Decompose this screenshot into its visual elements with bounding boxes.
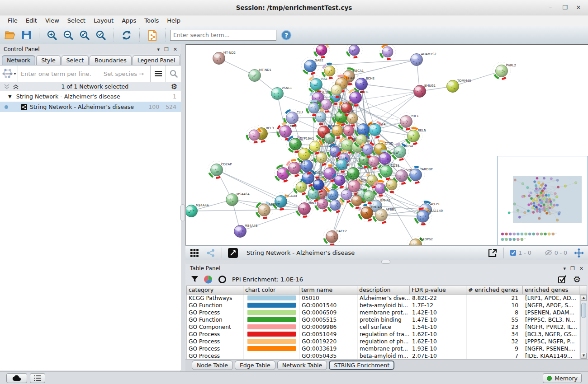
network-node-ms4a4e[interactable]: MS4A4E [234, 224, 258, 237]
menu-tools[interactable]: Tools [140, 15, 163, 26]
network-node[interactable] [384, 177, 400, 193]
maximize-button[interactable]: ❒ [560, 3, 570, 12]
tree-expand-arrow[interactable]: ▼ [8, 94, 12, 99]
save-session-button[interactable] [20, 29, 33, 42]
network-node-ms4a6a[interactable]: MS4A6A [226, 192, 250, 206]
menu-layout[interactable]: Layout [90, 15, 118, 26]
share-view-button[interactable] [204, 247, 217, 259]
pan-mode-button[interactable] [573, 247, 585, 259]
enrichment-row[interactable]: GO FunctionGO:0005515protein binding1.47… [187, 316, 580, 323]
cloud-tasks-button[interactable] [6, 373, 27, 383]
enrichment-row[interactable]: KEGG Pathways05010Alzheimer's dise...8.8… [187, 295, 580, 302]
enrichment-row[interactable]: GO FunctionGO:0001540beta-amyloid bi...1… [187, 302, 580, 309]
zoom-in-button[interactable] [46, 29, 58, 42]
memory-button[interactable]: Memory [543, 373, 582, 383]
tab-legend-panel[interactable]: Legend Panel [133, 55, 180, 65]
zoom-fit-button[interactable] [78, 29, 91, 42]
panel-float-icon[interactable]: ❒ [570, 266, 575, 272]
network-node-adamts2[interactable]: ADAMTS2 [411, 52, 436, 66]
splitter-grip[interactable] [381, 260, 390, 264]
ring-chart-icon[interactable] [218, 275, 227, 284]
menu-file[interactable]: File [4, 15, 22, 26]
help-button[interactable]: ? [280, 29, 293, 42]
network-node-mme[interactable]: MME [277, 123, 298, 140]
network-node-tomm40[interactable]: TOMM40 [447, 79, 471, 92]
column-header-chart-color[interactable]: chart color [243, 286, 299, 295]
enrichment-row[interactable]: GO ProcessGO:0050435beta-amyloid m...2.0… [187, 352, 580, 359]
network-node-smug1[interactable]: SMUG1 [414, 84, 436, 97]
settings-gear-icon[interactable]: ⚙ [573, 274, 581, 284]
import-network-button[interactable] [146, 29, 159, 42]
filter-icon[interactable] [191, 276, 199, 283]
export-network-button[interactable] [486, 247, 499, 259]
open-session-button[interactable] [4, 29, 16, 42]
panel-collapse-icon[interactable]: ▾ [157, 47, 160, 52]
tab-select[interactable]: Select [62, 55, 89, 65]
network-selector-bar: 1 of 1 Network selected ⚙ [0, 82, 181, 91]
network-node-pvrl2[interactable]: PVRL2 [493, 62, 516, 80]
network-node[interactable] [313, 45, 330, 58]
expand-all-icon[interactable] [13, 84, 19, 89]
set-species-hint[interactable]: Set species → [104, 66, 150, 82]
close-button[interactable]: ✕ [574, 3, 583, 12]
column-header-term-name[interactable]: term name [299, 286, 357, 295]
column-header--enriched-genes[interactable]: # enriched genes [466, 286, 523, 295]
panel-close-icon[interactable]: ✕ [579, 266, 583, 272]
enrichment-row[interactable]: GO ComponentGO:0009986cell surface1.54E-… [187, 323, 580, 331]
enrichment-row[interactable]: GO ProcessGO:0006509membrane prot...1.42… [187, 309, 580, 316]
menu-apps[interactable]: Apps [118, 15, 140, 26]
tab-style[interactable]: Style [36, 55, 60, 65]
zoom-out-button[interactable] [62, 29, 75, 42]
enrichment-row[interactable]: GO ProcessGO:0033619membrane prot...1.93… [187, 345, 580, 352]
column-header-FDR-p-value[interactable]: FDR p-value [410, 286, 466, 295]
column-header-enriched-genes[interactable]: enriched genes [523, 286, 579, 295]
string-term-input[interactable] [18, 66, 104, 82]
tab-network-table[interactable]: Network Table [277, 361, 327, 370]
pie-chart-icon[interactable] [204, 275, 213, 284]
network-node-mt-nd2[interactable]: MT-ND2 [213, 51, 236, 64]
network-collection-row[interactable]: ▼ String Network - Alzheimer's disease 1 [0, 91, 181, 102]
scroll-up-arrow[interactable]: ▲ [581, 295, 587, 301]
string-protein-dropdown[interactable]: STRING ▾ [0, 66, 18, 82]
menu-view[interactable]: View [41, 15, 63, 26]
network-row-selected[interactable]: String Network - Alzheimer's disease 100… [0, 102, 181, 112]
panel-float-icon[interactable]: ❒ [164, 47, 169, 52]
network-node[interactable] [322, 63, 338, 79]
refresh-button[interactable] [120, 29, 133, 42]
menu-select[interactable]: Select [63, 15, 90, 26]
column-header-category[interactable]: category [186, 286, 243, 295]
tab-boundaries[interactable]: Boundaries [90, 55, 131, 65]
tab-node-table[interactable]: Node Table [192, 361, 233, 370]
string-search-button[interactable] [166, 66, 181, 82]
zoom-selected-button[interactable] [95, 29, 107, 42]
panel-close-icon[interactable]: ✕ [173, 47, 177, 52]
scrollbar-thumb[interactable] [581, 303, 586, 318]
task-history-button[interactable] [30, 373, 45, 383]
birds-eye-view[interactable] [498, 156, 588, 245]
panel-splitter-handle[interactable] [180, 204, 185, 221]
network-node[interactable] [346, 45, 362, 58]
network-node[interactable] [379, 45, 396, 60]
enrichment-row[interactable]: GO ProcessGO:0051049regulation of tra...… [187, 331, 580, 338]
select-all-checkbox-icon[interactable] [558, 275, 567, 284]
enrichment-row[interactable]: GO ProcessGO:0019220regulation of ph...1… [187, 338, 580, 345]
panel-collapse-icon[interactable]: ▾ [563, 266, 566, 272]
column-header-description[interactable]: description [357, 286, 410, 295]
network-node-ms4a4a[interactable]: MS4A4A [186, 204, 209, 217]
table-scrollbar[interactable]: ▲ ▼ [580, 295, 587, 359]
network-node-picalm[interactable]: PICALM [272, 193, 297, 211]
string-options-button[interactable] [150, 66, 166, 82]
collapse-all-icon[interactable] [4, 84, 10, 89]
menu-help[interactable]: Help [163, 15, 185, 26]
tab-network[interactable]: Network [2, 55, 35, 65]
annotation-mode-button[interactable] [227, 247, 239, 259]
network-node-cadps2[interactable]: CADPS2 [407, 236, 433, 245]
tab-string-enrichment[interactable]: STRING Enrichment [329, 361, 394, 370]
scroll-down-arrow[interactable]: ▼ [581, 353, 587, 359]
search-input[interactable] [170, 30, 276, 41]
minimize-button[interactable]: – [545, 3, 555, 12]
menu-edit[interactable]: Edit [22, 15, 41, 26]
tab-edge-table[interactable]: Edge Table [235, 361, 275, 370]
gear-icon[interactable]: ⚙ [171, 82, 177, 91]
grid-view-button[interactable] [188, 247, 201, 259]
